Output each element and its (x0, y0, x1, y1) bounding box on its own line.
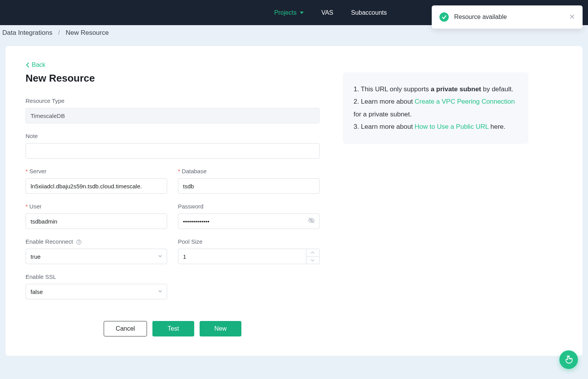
field-database: *Database (178, 168, 320, 194)
field-user: *User (26, 203, 167, 229)
nav-projects[interactable]: Projects (274, 9, 304, 16)
note-label: Note (26, 133, 320, 139)
chevron-left-icon (26, 62, 29, 68)
ssl-select[interactable] (26, 284, 167, 299)
password-label: Password (178, 203, 320, 210)
poolsize-label: Pool Size (178, 238, 320, 245)
cancel-button[interactable]: Cancel (104, 321, 147, 336)
database-label: *Database (178, 168, 320, 174)
info-line-3: 3. Learn more about How to Use a Public … (354, 121, 518, 133)
pointer-icon (564, 355, 573, 364)
field-password: Password (178, 203, 320, 229)
poolsize-input[interactable] (178, 249, 306, 264)
nav-item-label: Projects (274, 9, 297, 16)
note-input[interactable] (26, 143, 320, 159)
eye-off-icon[interactable] (308, 217, 315, 225)
nav-item-label: VAS (321, 9, 333, 16)
database-input[interactable] (178, 178, 320, 194)
user-label: *User (26, 203, 167, 210)
resource-type-input (26, 108, 320, 123)
breadcrumb-root[interactable]: Data Integrations (2, 29, 52, 36)
form-area: Back New Resource Resource Type Note *Se… (26, 61, 320, 336)
public-url-link[interactable]: How to Use a Public URL (415, 123, 489, 130)
new-button[interactable]: New (200, 321, 241, 336)
field-resource-type: Resource Type (26, 97, 320, 123)
user-input[interactable] (26, 213, 167, 229)
vpc-peering-link[interactable]: Create a VPC Peering Connection (415, 98, 515, 105)
page-title: New Resource (26, 72, 320, 84)
help-fab[interactable] (559, 350, 578, 369)
field-server: *Server (26, 168, 167, 194)
poolsize-decrement[interactable] (306, 257, 319, 264)
back-label: Back (32, 61, 46, 68)
field-reconnect: Enable Reconnect (26, 238, 167, 264)
back-link[interactable]: Back (26, 61, 46, 68)
resource-type-label: Resource Type (26, 97, 320, 104)
field-poolsize: Pool Size (178, 238, 320, 264)
reconnect-label: Enable Reconnect (26, 238, 167, 245)
ssl-label: Enable SSL (26, 273, 167, 280)
help-icon[interactable] (76, 239, 82, 245)
form-actions: Cancel Test New (26, 321, 320, 336)
password-input[interactable] (178, 213, 320, 229)
success-icon (439, 12, 449, 22)
poolsize-increment[interactable] (306, 249, 319, 257)
nav-subaccounts[interactable]: Subaccounts (351, 9, 387, 16)
close-icon[interactable] (569, 13, 575, 21)
info-line-2: 2. Learn more about Create a VPC Peering… (354, 96, 518, 121)
toast-message: Resource available (454, 14, 564, 20)
breadcrumb-separator: / (58, 29, 60, 36)
toast-notification: Resource available (432, 5, 583, 29)
nav-item-label: Subaccounts (351, 9, 387, 16)
server-input[interactable] (26, 178, 167, 194)
svg-point-3 (79, 243, 79, 244)
field-note: Note (26, 133, 320, 159)
chevron-down-icon (300, 12, 304, 14)
breadcrumb-current: New Resource (66, 29, 109, 36)
server-label: *Server (26, 168, 167, 174)
info-line-1: 1. This URL only supports a private subn… (354, 83, 518, 96)
info-panel: 1. This URL only supports a private subn… (343, 72, 528, 144)
test-button[interactable]: Test (152, 321, 194, 336)
reconnect-select[interactable] (26, 249, 167, 264)
main-card: Back New Resource Resource Type Note *Se… (5, 46, 583, 356)
field-ssl: Enable SSL (26, 273, 167, 299)
nav-vas[interactable]: VAS (321, 9, 333, 16)
